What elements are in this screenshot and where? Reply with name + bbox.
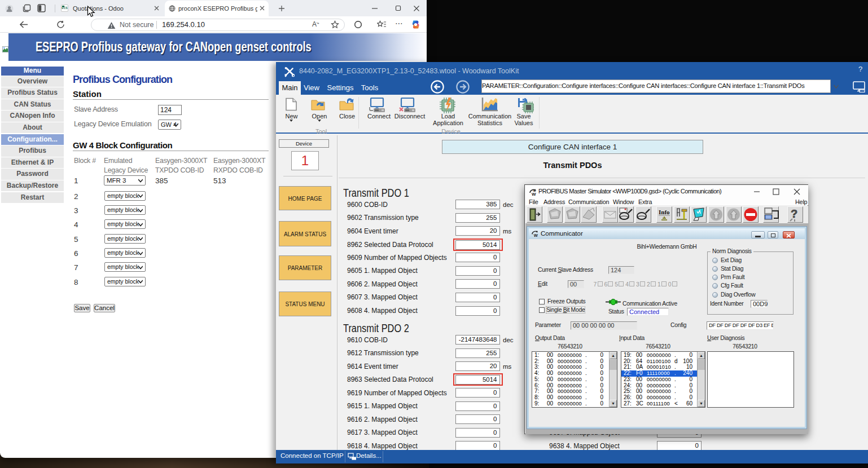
svg-text:W: W xyxy=(534,233,538,237)
svg-text:Info: Info xyxy=(659,209,670,215)
svg-text:W: W xyxy=(532,192,536,196)
svg-text:?: ? xyxy=(791,207,797,220)
